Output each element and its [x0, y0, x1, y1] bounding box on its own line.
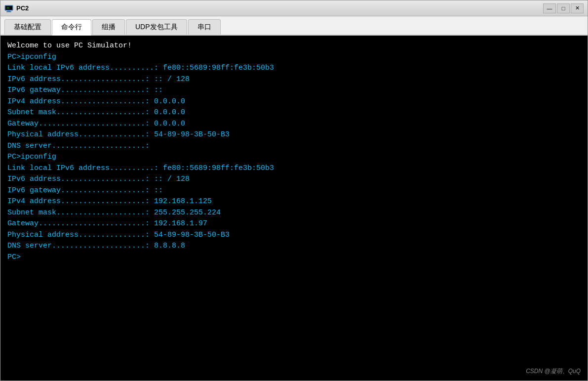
main-window: PC PC2 — □ ✕ 基础配置 命令行 组播 UDP发包工具 串口 Welc… [0, 0, 588, 381]
terminal-line: IPv4 address...................: 0.0.0.0 [7, 96, 581, 108]
window-content: Welcome to use PC Simulator!PC>ipconfigL… [0, 36, 588, 381]
tab-udp[interactable]: UDP发包工具 [126, 19, 187, 35]
tab-basic[interactable]: 基础配置 [4, 19, 51, 35]
close-button[interactable]: ✕ [571, 3, 584, 13]
title-bar-buttons: — □ ✕ [543, 3, 584, 13]
terminal-line: Subnet mask....................: 255.255… [7, 208, 581, 219]
terminal-line: IPv6 gateway...................: :: [7, 185, 581, 197]
terminal-line: DNS server.....................: [7, 141, 581, 152]
minimize-button[interactable]: — [543, 3, 556, 13]
svg-rect-2 [6, 11, 11, 12]
terminal-line: Welcome to use PC Simulator! [7, 41, 581, 52]
tab-bar: 基础配置 命令行 组播 UDP发包工具 串口 [0, 16, 588, 36]
terminal-line: PC> [7, 252, 581, 263]
terminal-line: PC>ipconfig [7, 152, 581, 163]
terminal-line: Physical address...............: 54-89-9… [7, 230, 581, 241]
terminal-line: Physical address...............: 54-89-9… [7, 129, 581, 141]
terminal-line: PC>ipconfig [7, 52, 581, 63]
terminal-line: Link local IPv6 address..........: fe80:… [7, 163, 581, 174]
terminal-line: IPv6 gateway...................: :: [7, 85, 581, 96]
terminal-line: IPv4 address...................: 192.168… [7, 196, 581, 208]
tab-multicast[interactable]: 组播 [92, 19, 125, 35]
watermark: CSDN @凝萌、QuQ [526, 367, 581, 376]
terminal-line: DNS server.....................: 8.8.8.8 [7, 241, 581, 252]
terminal-line: Gateway........................: 0.0.0.0 [7, 119, 581, 130]
svg-rect-1 [7, 10, 10, 11]
terminal-line: Gateway........................: 192.168… [7, 218, 581, 230]
terminal-line: IPv6 address...................: :: / 12… [7, 74, 581, 85]
tab-cmd[interactable]: 命令行 [52, 19, 91, 36]
window-title: PC2 [16, 4, 543, 12]
title-bar: PC PC2 — □ ✕ [0, 0, 588, 16]
window-icon: PC [4, 4, 13, 13]
terminal-line: Link local IPv6 address..........: fe80:… [7, 63, 581, 74]
svg-text:PC: PC [7, 6, 10, 9]
tab-serial[interactable]: 串口 [188, 19, 221, 35]
terminal-line: IPv6 address...................: :: / 12… [7, 174, 581, 185]
terminal[interactable]: Welcome to use PC Simulator!PC>ipconfigL… [0, 36, 588, 381]
terminal-line: Subnet mask....................: 0.0.0.0 [7, 107, 581, 119]
maximize-button[interactable]: □ [557, 3, 570, 13]
